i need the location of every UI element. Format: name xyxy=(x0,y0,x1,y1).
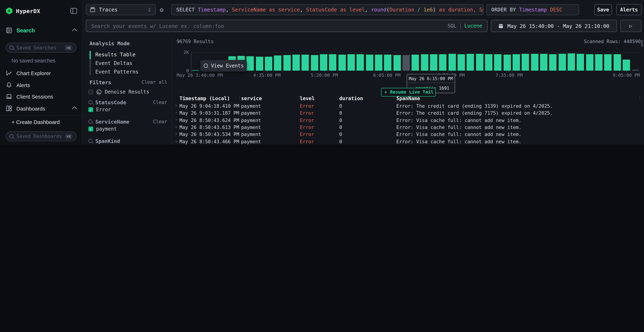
filter-group: SpanKindInternal xyxy=(88,138,168,144)
dashboards-icon xyxy=(6,105,12,112)
cell-spanname: Error: Visa cache full: cannot add new i… xyxy=(394,132,644,138)
sql-token: / xyxy=(414,6,424,13)
x-axis-tick-mark xyxy=(267,71,267,72)
row-expand-chevron[interactable]: › xyxy=(175,110,178,115)
column-resize-handle[interactable]: ⋮ xyxy=(238,95,242,100)
denoise-checkbox[interactable] xyxy=(88,90,94,95)
run-query-button[interactable]: ▷ xyxy=(620,20,642,32)
sidebar-item-alerts[interactable]: Alerts xyxy=(6,82,76,88)
sql-token: , xyxy=(226,6,232,13)
traces-source-icon xyxy=(90,6,96,13)
table-row[interactable]: ›May 26 9:04:18.410 PMpaymentError0Error… xyxy=(172,102,644,110)
filter-group-header: StatusCodeClear xyxy=(88,98,168,106)
save-button[interactable]: Save xyxy=(594,4,612,15)
logo-row: HyperDX xyxy=(6,7,77,14)
create-dashboard-button[interactable]: + Create Dashboard xyxy=(12,119,60,125)
lang-lucene-toggle[interactable]: Lucene xyxy=(464,23,482,29)
filter-clear-link[interactable]: Clear xyxy=(153,100,167,105)
checkbox-checked[interactable]: ✓ xyxy=(88,107,94,112)
tooltip-title: May 26 6:15:00 PM xyxy=(407,74,454,83)
series-value: 1691 xyxy=(439,86,449,90)
cell-level: Error xyxy=(298,103,338,109)
sidebar-item-dashboards[interactable]: Dashboards xyxy=(6,105,76,112)
shortcut-badge: ⌘K xyxy=(65,45,73,50)
x-axis-tick-mark xyxy=(509,71,510,72)
table-row[interactable]: ›May 26 8:50:43.613 PMpaymentError0Error… xyxy=(172,124,644,131)
table-row[interactable]: ›May 26 9:03:31.187 PMpaymentError0Error… xyxy=(172,110,644,117)
lang-sql-toggle[interactable]: SQL xyxy=(448,23,456,29)
date-range-picker[interactable]: May 26 15:40:00 - May 26 21:10:00 xyxy=(491,20,617,32)
search-input[interactable]: Search your events w/ Lucene ex. column:… xyxy=(86,20,488,32)
collapse-sidebar-icon[interactable] xyxy=(70,8,77,14)
sql-token: Timestamp xyxy=(198,6,226,13)
column-resize-handle[interactable]: ⋮ xyxy=(296,95,301,100)
x-axis-tick-label: 4:35:00 PM xyxy=(253,72,280,78)
column-resize-handle[interactable]: ⋮ xyxy=(336,95,340,100)
filter-group: StatusCodeClear✓Error xyxy=(88,98,168,114)
source-select[interactable]: Traces xyxy=(86,4,156,15)
col-header-service[interactable]: service xyxy=(240,96,298,101)
saved-searches-input[interactable]: Saved Searches ⌘K xyxy=(6,43,76,52)
sql-token: ) xyxy=(433,6,439,13)
sidebar-item-search[interactable]: Search xyxy=(6,27,76,34)
denoise-results-row[interactable]: Denoise Results xyxy=(88,88,168,96)
filter-group: ServiceNameClear✓payment xyxy=(88,118,168,133)
resume-live-tail-button[interactable]: Resume Live Tail xyxy=(381,88,436,96)
cell-service: payment xyxy=(240,110,298,116)
saved-dashboards-placeholder: Saved Dashboards xyxy=(16,134,65,139)
sql-token: , xyxy=(365,6,371,13)
denoise-icon xyxy=(96,89,102,95)
saved-searches-placeholder: Saved Searches xyxy=(16,45,65,50)
alerts-button[interactable]: Alerts xyxy=(616,4,642,15)
cell-timestamp: ›May 26 8:50:43.613 PM xyxy=(172,124,240,130)
row-expand-chevron[interactable]: › xyxy=(175,139,178,143)
saved-dashboards-input[interactable]: Saved Dashboards ⌘K xyxy=(6,132,76,141)
filter-clear-link[interactable]: Clear xyxy=(153,119,167,124)
sidebar-item-client-sessions[interactable]: Client Sessions xyxy=(6,93,76,100)
clear-all-link[interactable]: Clear all xyxy=(142,79,167,85)
table-row[interactable]: ›May 26 8:50:43.534 PMpaymentError0Error… xyxy=(172,131,644,138)
source-settings-gear-icon[interactable]: ⚙ xyxy=(160,6,164,14)
row-expand-chevron[interactable]: › xyxy=(175,117,178,122)
sql-token: StatusCode as level xyxy=(306,6,365,13)
laptop-icon xyxy=(6,93,12,100)
scrollbar-thumb[interactable] xyxy=(641,40,643,47)
col-header-timestamp[interactable]: Timestamp (Local) xyxy=(172,96,240,101)
col-header-level[interactable]: level xyxy=(298,96,338,101)
view-events-button[interactable]: View Events xyxy=(200,60,247,71)
filter-group-name: ServiceName xyxy=(95,118,153,125)
row-expand-chevron[interactable]: › xyxy=(175,124,178,129)
shortcut-badge: ⌘K xyxy=(65,134,73,139)
sql-orderby-editor[interactable]: ORDER BY Timestamp DESC xyxy=(486,4,579,15)
x-axis-tick-mark xyxy=(324,71,325,72)
filter-option[interactable]: ✓Error xyxy=(88,106,168,114)
chart-explorer-icon xyxy=(6,70,12,76)
cell-service: payment xyxy=(240,132,298,138)
sidebar-item-label: Dashboards xyxy=(16,105,45,112)
tab-event-deltas[interactable]: Event Deltas xyxy=(90,59,168,67)
cell-level: Error xyxy=(298,117,338,123)
app-title: HyperDX xyxy=(16,8,40,14)
tab-event-patterns[interactable]: Event Patterns xyxy=(90,68,168,76)
sql-token: ORDER BY xyxy=(491,6,519,13)
table-row[interactable]: ›May 26 8:50:43.466 PMpaymentError0Error… xyxy=(172,138,644,144)
filter-group-header: SpanKind xyxy=(88,138,168,144)
sidebar-item-chart-explorer[interactable]: Chart Explorer xyxy=(6,70,76,76)
hyperdx-logo-icon xyxy=(6,7,13,14)
column-resize-handle[interactable]: ⋮ xyxy=(638,95,642,100)
chevron-up-icon xyxy=(72,106,77,112)
table-row[interactable]: ›May 26 8:50:43.624 PMpaymentError0Error… xyxy=(172,117,644,124)
x-axis-tick-mark xyxy=(451,71,452,72)
cell-spanname: Error: Visa cache full: cannot add new i… xyxy=(394,139,644,144)
sql-select-editor[interactable]: SELECT Timestamp, ServiceName as service… xyxy=(171,4,483,15)
date-range-value: May 26 15:40:00 - May 26 21:10:00 xyxy=(507,23,609,29)
row-expand-chevron[interactable]: › xyxy=(175,132,178,136)
hyperdx-app: HyperDX Search Saved Searches ⌘K No save… xyxy=(0,0,644,144)
row-expand-chevron[interactable]: › xyxy=(175,103,178,108)
tab-results-table[interactable]: Results Table xyxy=(90,50,168,59)
search-icon xyxy=(204,64,208,68)
sidebar-item-label: Client Sessions xyxy=(16,94,53,100)
x-axis-tick-label: 9:05:00 PM xyxy=(613,72,640,78)
checkbox-checked[interactable]: ✓ xyxy=(88,127,94,132)
filter-option[interactable]: ✓payment xyxy=(88,126,168,133)
